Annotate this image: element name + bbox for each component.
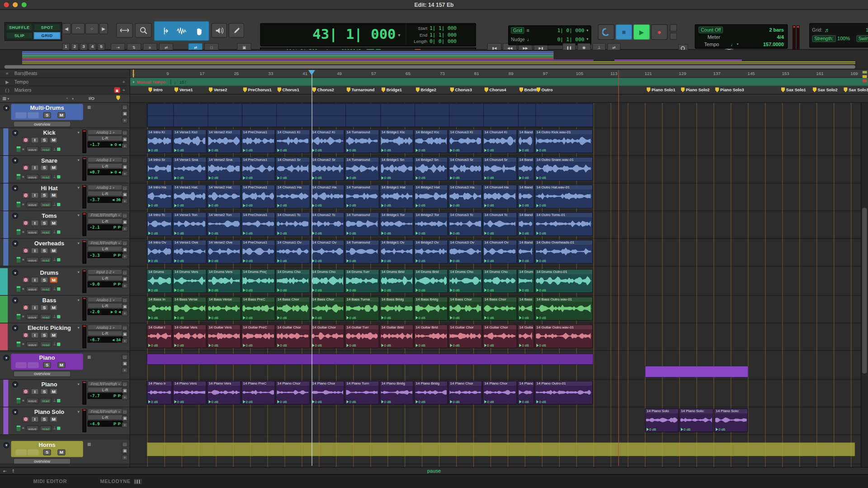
pan-value[interactable]: ◂36 bbox=[112, 197, 121, 202]
add-lane-button[interactable]: + bbox=[122, 367, 127, 373]
track-name-dropdown-icon[interactable]: ▾ bbox=[77, 382, 79, 386]
ruler-option-yellow-icon[interactable] bbox=[863, 75, 867, 78]
solo-button[interactable]: S bbox=[40, 277, 48, 283]
tempo-ruler-icon[interactable]: ▶ bbox=[0, 80, 14, 84]
audio-clip[interactable]: 14 Drums Turr0 dB bbox=[345, 269, 379, 293]
clip-gain-badge[interactable]: 0 dB bbox=[148, 176, 158, 179]
automation-mode-selector[interactable]: read bbox=[40, 398, 52, 404]
mute-button[interactable]: M bbox=[57, 449, 65, 455]
zoom-preset-3[interactable]: 3 bbox=[80, 43, 87, 50]
collapse-track-icon[interactable]: ▼ bbox=[12, 185, 18, 191]
input-path-selector[interactable]: Input 1-2▾ bbox=[87, 269, 123, 275]
audio-clip[interactable]: 14 Chorus2 Tc0 dB bbox=[311, 212, 344, 236]
automation-mode-selector[interactable]: read bbox=[40, 286, 52, 292]
automation-mode-selector[interactable]: read bbox=[40, 146, 52, 152]
audio-clip[interactable]: 14 Chorus4 Ha0 dB bbox=[483, 185, 517, 209]
marker[interactable]: Verse2 bbox=[209, 87, 227, 92]
timebase-dropdown-icon[interactable]: ▾ bbox=[72, 96, 74, 100]
audio-clip[interactable]: 14 Band0 dB bbox=[518, 129, 534, 153]
output-path-selector[interactable]: L-R bbox=[87, 414, 123, 420]
marker-flag-icon[interactable] bbox=[148, 87, 152, 92]
voice-selector-icon[interactable]: ⊥ bbox=[52, 287, 56, 291]
timebase-icon[interactable] bbox=[57, 203, 60, 206]
audio-clip[interactable]: 14 Band0 dB bbox=[518, 157, 534, 181]
audio-clip[interactable]: 14 Bridge2 Hat0 dB bbox=[414, 185, 448, 209]
clip-gain-badge[interactable]: 0 dB bbox=[243, 288, 253, 291]
vertical-scrollbar[interactable] bbox=[861, 103, 868, 467]
track-view-selector[interactable]: wave bbox=[26, 230, 38, 235]
freeze-button[interactable]: ▣ bbox=[122, 220, 127, 225]
voice-selector-icon[interactable]: ⊥ bbox=[52, 399, 56, 403]
clip-gain-badge[interactable]: 0 dB bbox=[277, 344, 287, 347]
volume-value[interactable]: -3.7 bbox=[90, 197, 99, 202]
marker-flag-icon[interactable] bbox=[243, 87, 247, 92]
clip-gain-badge[interactable]: 0 dB bbox=[312, 344, 322, 347]
input-path-selector[interactable]: FrntLft/FrntRgh▾ bbox=[87, 212, 123, 218]
marker[interactable]: Bridge2 bbox=[416, 87, 436, 92]
pan-value[interactable]: PP bbox=[113, 394, 121, 399]
track-view-selector[interactable]: wave bbox=[26, 146, 38, 152]
grid-value[interactable]: 1| 0| 000 bbox=[557, 28, 585, 33]
clip-gain-badge[interactable]: 0 dB bbox=[537, 316, 546, 319]
grid-dropdown-icon[interactable]: ▾ bbox=[586, 28, 588, 33]
audio-clip[interactable]: 14 Bridge1 Kic0 dB bbox=[380, 129, 414, 153]
main-counter[interactable]: 43| 1| 000 bbox=[264, 26, 396, 42]
collapse-folder-icon[interactable]: ▼ bbox=[3, 442, 9, 448]
voice-selector-icon[interactable]: ⊥ bbox=[52, 174, 56, 179]
record-arm-button[interactable] bbox=[22, 332, 29, 338]
marker-flag-icon[interactable] bbox=[646, 87, 651, 92]
audio-clip[interactable]: 14 Chorus4 Tc0 dB bbox=[483, 212, 517, 236]
audio-clip[interactable]: 14 Bass Chor0 dB bbox=[448, 297, 482, 321]
track-name[interactable]: Electric Picking bbox=[20, 324, 79, 331]
track-name[interactable]: Overheads bbox=[20, 240, 79, 247]
clip-gain-badge[interactable]: 0 dB bbox=[416, 344, 425, 347]
marker[interactable]: Piano Solo2 bbox=[681, 87, 710, 92]
clip-gain-badge[interactable]: 0 dB bbox=[416, 400, 425, 404]
clip-gain-badge[interactable]: 0 dB bbox=[484, 344, 494, 347]
midi-zoom-icon[interactable]: ⁘ bbox=[85, 23, 99, 34]
zoom-preset-2[interactable]: 2 bbox=[71, 43, 79, 50]
playhead-line[interactable] bbox=[311, 70, 312, 466]
pencil-tool-icon[interactable] bbox=[229, 23, 244, 38]
record-arm-button[interactable] bbox=[22, 305, 29, 310]
stop-button[interactable]: ■ bbox=[616, 24, 632, 40]
clip-gain-badge[interactable]: 0 dB bbox=[450, 231, 460, 235]
record-arm-button[interactable] bbox=[22, 220, 29, 226]
audio-clip[interactable]: 14 Verse2 Ove0 dB bbox=[207, 240, 241, 264]
clip-gain-badge[interactable]: 0 dB bbox=[519, 231, 529, 235]
audio-clip[interactable]: 14 Chorus3 Tc0 dB bbox=[448, 212, 482, 236]
clip-gain-badge[interactable]: 0 dB bbox=[484, 231, 494, 235]
track-options-button[interactable]: □ bbox=[122, 158, 127, 163]
input-monitor-button[interactable]: I bbox=[31, 332, 39, 338]
marker[interactable]: Sax Solo2 bbox=[813, 87, 838, 92]
clip-gain-badge[interactable]: 0 dB bbox=[347, 288, 356, 291]
timebase-icon[interactable] bbox=[57, 427, 60, 430]
track-name[interactable]: Hi Hat bbox=[20, 185, 79, 192]
fader-icon[interactable] bbox=[17, 398, 21, 404]
clip-gain-badge[interactable]: 0 dB bbox=[519, 149, 529, 152]
clip-gain-badge[interactable]: 0 dB bbox=[175, 149, 184, 152]
clip-gain-badge[interactable]: 0 dB bbox=[243, 176, 253, 179]
output-path-selector[interactable]: L-R bbox=[87, 246, 123, 251]
clip-gain-badge[interactable]: 0 dB bbox=[450, 344, 460, 347]
nudge-dropdown-icon[interactable]: ▾ bbox=[586, 37, 588, 42]
solo-button[interactable]: S bbox=[40, 192, 48, 198]
volume-value[interactable]: +0.7 bbox=[90, 169, 99, 174]
collapse-track-icon[interactable]: ▼ bbox=[12, 213, 18, 219]
input-path-selector[interactable]: Analog 1▾ bbox=[87, 324, 123, 330]
clip-gain-badge[interactable]: 0 dB bbox=[484, 400, 494, 404]
freeze-button[interactable]: ▣ bbox=[122, 277, 127, 282]
clip-gain-badge[interactable]: 0 dB bbox=[484, 149, 494, 152]
input-path-selector[interactable]: Analog 1▾ bbox=[87, 129, 123, 135]
fader-icon[interactable] bbox=[17, 146, 21, 152]
tab-midi-editor[interactable]: MIDI EDITOR bbox=[33, 479, 67, 484]
collapse-track-icon[interactable]: ▼ bbox=[12, 270, 18, 276]
clip-gain-badge[interactable]: 0 dB bbox=[681, 428, 690, 431]
mute-button[interactable]: M bbox=[50, 164, 57, 170]
audio-clip[interactable]: 14 Band0 dB bbox=[518, 185, 534, 209]
bars-ruler-icon[interactable]: ≡ bbox=[0, 71, 14, 76]
audio-clip[interactable]: 14 Verse1 Sna0 dB bbox=[173, 157, 207, 181]
audio-clip[interactable]: 14 Drums Vers0 dB bbox=[207, 269, 241, 293]
volume-value[interactable]: -2.1 bbox=[90, 225, 99, 230]
track-options-button[interactable]: □ bbox=[122, 130, 127, 135]
